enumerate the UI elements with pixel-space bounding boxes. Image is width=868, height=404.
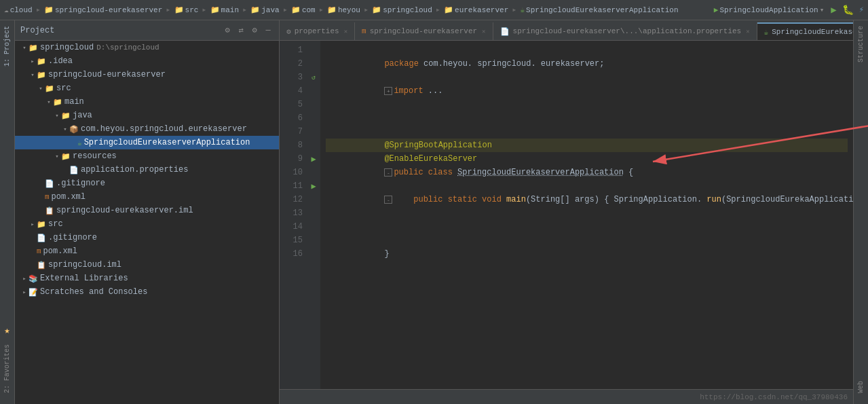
- folder-icon-2: 📁: [174, 5, 184, 14]
- fold-icon-class[interactable]: -: [384, 168, 392, 177]
- gutter-cell-11: ▶: [307, 179, 320, 193]
- tree-item-eurekaserver[interactable]: 📁 springcloud-eurekaserver: [15, 68, 279, 81]
- top-toolbar: ☁ cloud ▸ 📁 springcloud-eurekaserver ▸ 📁…: [0, 0, 868, 20]
- tree-item-springcloud[interactable]: 📁 springcloud D:\springcloud: [15, 41, 279, 54]
- tree-item-package[interactable]: 📦 com.heyou.springcloud.eurekaserver: [15, 122, 279, 136]
- tabs-bar: ⚙ properties ✕ m springcloud-eurekaserve…: [280, 20, 853, 41]
- tree-label-scratches: Scratches and Consoles: [40, 287, 147, 297]
- folder-icon-package: 📦: [69, 125, 79, 134]
- breadcrumb-com[interactable]: 📁 com: [291, 5, 316, 14]
- breadcrumb-java[interactable]: 📁 java: [250, 5, 279, 14]
- tree-item-java[interactable]: 📁 java: [15, 109, 279, 122]
- tab-icon-eurekaserver: m: [362, 27, 366, 35]
- breadcrumb-springcloud[interactable]: 📁 springcloud: [372, 5, 432, 14]
- tab-icon-properties: ⚙: [286, 27, 291, 36]
- run-button[interactable]: ▶: [831, 4, 836, 16]
- code-lines[interactable]: package com.heyou. springcloud. eurekase…: [320, 41, 853, 389]
- tree-item-main[interactable]: 📁 main: [15, 95, 279, 109]
- breadcrumb-project[interactable]: 📁 springcloud-eurekaserver: [44, 5, 162, 14]
- tab-close-eurekaserver[interactable]: ✕: [482, 28, 485, 35]
- run-config-dropdown-icon[interactable]: ▾: [820, 5, 825, 14]
- panel-icon-btn-2[interactable]: ⇄: [235, 25, 246, 36]
- gutter-reload-icon[interactable]: ↺: [312, 73, 316, 81]
- code-line-6: [326, 111, 848, 125]
- tree-item-src2[interactable]: 📁 src: [15, 217, 279, 231]
- watermark-text: https://blog.csdn.net/qq_37980436: [700, 393, 848, 401]
- tree-arrow-package: [61, 126, 69, 133]
- tree-item-scratches[interactable]: 📝 Scratches and Consoles: [15, 285, 279, 299]
- breadcrumb-src[interactable]: 📁 src: [174, 5, 199, 14]
- tree-item-extlibs[interactable]: 📚 External Libraries: [15, 272, 279, 285]
- project-tree: 📁 springcloud D:\springcloud 📁 .idea 📁 s…: [15, 41, 279, 404]
- panel-icon-btn-minimize[interactable]: —: [263, 25, 273, 36]
- tab-mainclass[interactable]: ☕ SpringcloudEurekaserverApplication.ja …: [757, 22, 853, 40]
- tree-item-gitignore1[interactable]: 📄 .gitignore: [15, 231, 279, 244]
- tree-item-pom2[interactable]: m pom.xml: [15, 190, 279, 204]
- tree-arrow-eurekaserver: [29, 71, 37, 79]
- tree-label-src2: src: [48, 219, 63, 229]
- code-area-wrapper: 1 2 3 4 5 6 7 8 9 10 11 12 13 14 15 16: [280, 41, 853, 389]
- coverage-button[interactable]: ⚡: [859, 5, 864, 15]
- sidebar-tab-structure[interactable]: Structure: [856, 20, 866, 68]
- folder-icon-1: 📁: [44, 5, 54, 14]
- code-line-14: [326, 220, 848, 234]
- tree-label-package: com.heyou.springcloud.eurekaserver: [81, 124, 247, 134]
- tree-label-springcloud: springcloud: [40, 43, 94, 52]
- tree-item-gitignore2[interactable]: 📄 .gitignore: [15, 177, 279, 190]
- bottom-status-bar: https://blog.csdn.net/qq_37980436: [280, 389, 853, 404]
- breadcrumb-cloud[interactable]: ☁ cloud: [4, 5, 33, 14]
- scratch-icon-scratches: 📝: [29, 288, 38, 297]
- tab-appprops[interactable]: 📄 springcloud-eurekaserver\...\applicati…: [493, 22, 757, 40]
- breadcrumb-main[interactable]: 📁 main: [210, 5, 239, 14]
- breadcrumb-mainclass[interactable]: ☕ SpringcloudEurekaserverApplication: [520, 5, 678, 14]
- tree-item-pom1[interactable]: m pom.xml: [15, 244, 279, 258]
- breadcrumb-eurekaserver[interactable]: 📁 eurekaserver: [444, 5, 508, 14]
- gutter-cell-1: [307, 43, 320, 57]
- tab-close-appprops[interactable]: ✕: [746, 28, 749, 35]
- tree-item-iml1[interactable]: 📋 springcloud.iml: [15, 258, 279, 272]
- tree-item-resources[interactable]: 📁 resources: [15, 149, 279, 163]
- gutter-cell-8: [307, 139, 320, 152]
- tree-item-idea[interactable]: 📁 .idea: [15, 54, 279, 68]
- cloud-folder-icon: ☁: [4, 5, 9, 14]
- debug-button[interactable]: 🐛: [842, 4, 854, 16]
- breadcrumb-heyou[interactable]: 📁 heyou: [327, 5, 360, 14]
- panel-icon-btn-3[interactable]: ⚙: [249, 25, 260, 36]
- gutter-cell-9: ▶: [307, 152, 320, 166]
- lib-icon-extlibs: 📚: [29, 274, 38, 283]
- tree-item-iml2[interactable]: 📋 springcloud-eurekaserver.iml: [15, 204, 279, 217]
- gutter-cell-14: [307, 220, 320, 234]
- tree-item-appprops[interactable]: 📄 application.properties: [15, 163, 279, 177]
- iml-icon-iml2: 📋: [45, 206, 54, 215]
- tree-label-pom1: pom.xml: [43, 246, 77, 256]
- folder-icon-main: 📁: [53, 98, 62, 107]
- tree-item-mainclass[interactable]: ☕ SpringcloudEurekaserverApplication: [15, 136, 279, 149]
- tree-label-iml2: springcloud-eurekaserver.iml: [56, 206, 193, 215]
- app-icon-mainclass: ☕: [77, 139, 82, 147]
- run-arrow-icon[interactable]: ▶: [311, 154, 316, 164]
- sidebar-tab-web[interactable]: Web: [856, 375, 866, 399]
- tree-arrow-extlibs: [20, 275, 29, 282]
- run-arrow-icon-11[interactable]: ▶: [311, 181, 316, 191]
- side-tabs-right: Structure Web: [853, 20, 868, 404]
- tree-label-gitignore2: .gitignore: [56, 179, 105, 188]
- tree-item-src[interactable]: 📁 src: [15, 81, 279, 95]
- run-config-icon: ▶: [714, 5, 719, 14]
- tree-label-eurekaserver: springcloud-eurekaserver: [48, 70, 166, 79]
- tab-icon-mainclass: ☕: [764, 28, 769, 37]
- git-icon-gitignore1: 📄: [37, 234, 46, 242]
- git-icon-gitignore2: 📄: [45, 179, 54, 188]
- folder-icon-5: 📁: [291, 5, 301, 14]
- fold-icon-import[interactable]: +: [384, 87, 392, 95]
- tree-arrow-scratches: [20, 289, 29, 296]
- run-config-selector[interactable]: ▶ SpringcloudApplication ▾: [714, 5, 824, 14]
- tab-properties[interactable]: ⚙ properties ✕: [280, 22, 355, 40]
- gutter-cell-16: [307, 247, 320, 261]
- panel-icon-btn-1[interactable]: ⚙: [222, 25, 233, 36]
- sidebar-tab-project[interactable]: 1: Project: [2, 20, 12, 72]
- tree-label-gitignore1: .gitignore: [48, 233, 97, 242]
- tab-close-properties[interactable]: ✕: [344, 28, 347, 35]
- fold-icon-method[interactable]: -: [384, 196, 392, 204]
- sidebar-tab-favorites[interactable]: 2: Favorites: [2, 339, 12, 399]
- tab-eurekaserver[interactable]: m springcloud-eurekaserver ✕: [355, 22, 493, 40]
